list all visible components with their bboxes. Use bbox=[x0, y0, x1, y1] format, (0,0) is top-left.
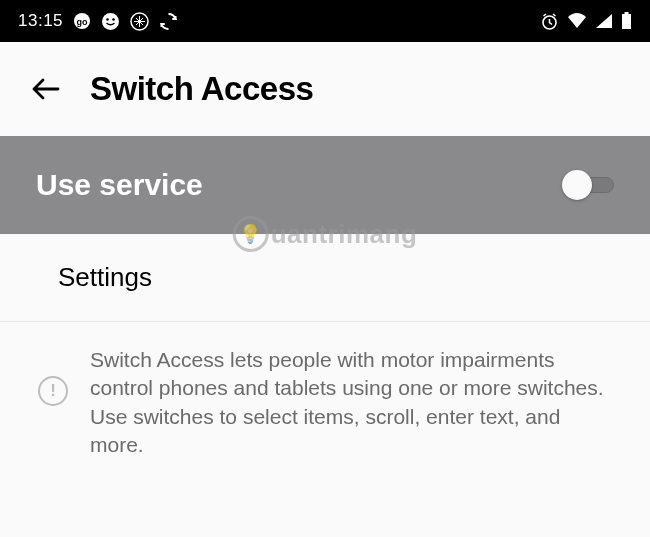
svg-point-4 bbox=[112, 18, 115, 21]
status-emoji-icon bbox=[101, 12, 120, 31]
title-bar: Switch Access bbox=[0, 42, 650, 136]
wifi-icon bbox=[567, 13, 587, 29]
status-bar-left: 13:15 go bbox=[18, 11, 178, 31]
use-service-row[interactable]: Use service 💡 uantrimang bbox=[0, 136, 650, 234]
status-shield-icon bbox=[130, 12, 149, 31]
page-title: Switch Access bbox=[90, 70, 313, 108]
use-service-label: Use service bbox=[36, 168, 203, 202]
svg-rect-8 bbox=[625, 12, 629, 14]
switch-thumb bbox=[562, 170, 592, 200]
page-content: Switch Access Use service 💡 uantrimang S… bbox=[0, 42, 650, 483]
back-button[interactable] bbox=[28, 72, 62, 106]
info-text: Switch Access lets people with motor imp… bbox=[90, 346, 612, 459]
svg-rect-7 bbox=[622, 14, 631, 29]
status-go-icon: go bbox=[73, 12, 91, 30]
svg-point-3 bbox=[106, 18, 109, 21]
info-icon: ! bbox=[38, 376, 68, 406]
status-time: 13:15 bbox=[18, 11, 63, 31]
settings-row[interactable]: Settings bbox=[0, 234, 650, 322]
battery-icon bbox=[621, 12, 632, 30]
signal-icon bbox=[595, 13, 613, 29]
status-bar-right bbox=[540, 12, 632, 31]
svg-text:go: go bbox=[77, 17, 88, 27]
use-service-switch[interactable] bbox=[562, 170, 614, 200]
status-sync-icon bbox=[159, 12, 178, 31]
alarm-icon bbox=[540, 12, 559, 31]
info-row: ! Switch Access lets people with motor i… bbox=[0, 322, 650, 483]
back-arrow-icon bbox=[28, 72, 62, 106]
status-bar: 13:15 go bbox=[0, 0, 650, 42]
settings-label: Settings bbox=[58, 262, 614, 293]
svg-point-2 bbox=[102, 13, 119, 30]
